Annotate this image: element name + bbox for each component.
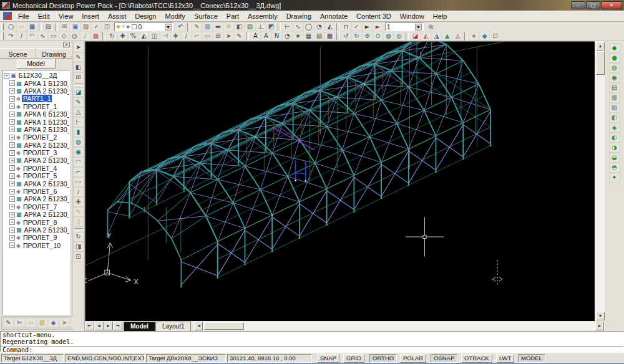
tree-expander[interactable]: + xyxy=(9,127,15,132)
arc-button[interactable]: ◠ xyxy=(27,32,37,41)
insert-constraint-button[interactable]: ◒ xyxy=(609,153,620,163)
layout1-sheet-tab[interactable]: Layout1 xyxy=(155,322,192,331)
sweep-button[interactable]: ▲ xyxy=(442,32,452,41)
add-constraint-button[interactable]: △ xyxy=(73,107,84,117)
parts-list-button[interactable]: ▥ xyxy=(609,93,620,103)
camera-view-button[interactable]: ◧ xyxy=(73,62,84,72)
circle-ref-button[interactable]: ◯ xyxy=(303,22,314,31)
snap-settings-button[interactable]: ⊓ xyxy=(341,22,351,31)
redo-mark-button[interactable]: ↷ xyxy=(6,32,16,41)
edit-sketch-button[interactable]: ✎ xyxy=(234,32,245,41)
sketch-highlight-button[interactable]: ✎ xyxy=(73,207,84,217)
tree-expander[interactable]: + xyxy=(4,73,9,79)
tree-expander[interactable]: + xyxy=(9,212,15,218)
tree-item[interactable]: +▩АРКА 6 Б1230_1 xyxy=(9,110,69,118)
layer-combo-dropdown-icon[interactable]: ▼ xyxy=(165,24,172,31)
tree-expander[interactable]: + xyxy=(9,80,15,86)
last-sheet-button[interactable]: ⇥ xyxy=(113,322,122,330)
menu-part[interactable]: Part xyxy=(222,11,243,21)
tab-model[interactable]: Model xyxy=(17,59,56,69)
toggle-model[interactable]: MODEL xyxy=(518,354,545,363)
snap-next-button[interactable]: ► xyxy=(362,22,373,31)
mdt-options-button[interactable]: ⊡ xyxy=(490,32,500,41)
circle-button[interactable]: ◎ xyxy=(69,32,80,41)
menu-help[interactable]: Help xyxy=(429,11,452,21)
browser-options-button[interactable]: ◈ xyxy=(48,318,59,327)
edit-polyline-button[interactable]: ✎ xyxy=(192,22,202,31)
minimize-button[interactable]: – xyxy=(571,1,585,9)
named-views-button[interactable]: ◎ xyxy=(426,22,436,31)
tree-item[interactable]: +▩АРКА 2 Б1230_6 xyxy=(9,180,69,187)
tree-item[interactable]: +▩АРКА 2 Б1230_9 xyxy=(9,226,69,234)
vscroll-down-button[interactable]: ▼ xyxy=(596,312,605,320)
power-dimension-button[interactable]: ⊢ xyxy=(282,22,293,31)
chamfer-button[interactable]: ▭ xyxy=(202,32,213,41)
ucs-origin-button[interactable]: ⊕ xyxy=(362,32,373,41)
tree-expander[interactable]: + xyxy=(9,158,15,163)
tree-expander[interactable]: + xyxy=(9,196,15,202)
tree-expander[interactable]: + xyxy=(9,103,15,109)
polygon-button[interactable]: ◇ xyxy=(59,32,69,41)
balloon-button[interactable]: ◉ xyxy=(609,73,620,83)
spell-check-button[interactable]: ✓ xyxy=(91,22,102,31)
block-definition-button[interactable]: ◧ xyxy=(234,22,245,31)
tree-item[interactable]: +◆ПРОЛЕТ_10 xyxy=(9,242,69,249)
work-point-button[interactable]: ✚ xyxy=(73,197,84,207)
tree-expander[interactable]: + xyxy=(9,142,15,148)
tree-expander[interactable]: + xyxy=(9,119,15,125)
tree-item[interactable]: +◆ПРОЛЕТ_2 xyxy=(9,133,69,141)
mtext-button[interactable]: A xyxy=(250,32,261,41)
menu-design[interactable]: Design xyxy=(130,11,160,21)
trail-create-button[interactable]: ◍ xyxy=(609,63,620,73)
ucs-world-button[interactable]: ↺ xyxy=(341,32,351,41)
move-button[interactable]: ✚ xyxy=(117,32,128,41)
command-window[interactable]: shortcut-menu. Regenerating model. Comma… xyxy=(0,331,624,352)
new-part-button[interactable]: ◪ xyxy=(410,32,421,41)
flush-constraint-button[interactable]: ◓ xyxy=(609,163,620,173)
menu-surface[interactable]: Surface xyxy=(190,11,222,21)
mirror-button[interactable]: ◭ xyxy=(139,32,149,41)
tree-item[interactable]: +▩АРКА 2 Б1230_4 xyxy=(9,156,69,164)
tree-expander[interactable]: + xyxy=(9,150,15,156)
tree-item[interactable]: +◆ПРОЛЕТ_3 xyxy=(9,149,69,156)
tree-item[interactable]: +▣Б12X30__3Д xyxy=(3,72,69,79)
toolbody-button[interactable]: ★ xyxy=(469,32,479,41)
rotate-button[interactable]: ↻ xyxy=(107,32,117,41)
tree-expander[interactable]: + xyxy=(9,112,15,117)
hatch-button[interactable]: ▩ xyxy=(90,32,101,41)
tree-expander[interactable]: + xyxy=(9,173,15,179)
undo-button[interactable]: ↶ xyxy=(175,22,186,31)
tree-item[interactable]: +◆ПРОЛЕТ_4 xyxy=(9,165,69,172)
menu-assist[interactable]: Assist xyxy=(104,11,130,21)
zoom-dynamic-button[interactable]: ★ xyxy=(293,32,303,41)
extend-button[interactable]: ✚ xyxy=(170,32,181,41)
edit-text-button[interactable]: N xyxy=(271,32,282,41)
extrude-button[interactable]: ◭ xyxy=(421,32,431,41)
combine-button[interactable]: ◆ xyxy=(479,32,490,41)
feature-fillet-button[interactable]: ◠ xyxy=(73,157,84,167)
update-part-button[interactable]: ↻ xyxy=(73,232,84,242)
open-button[interactable]: ▱ xyxy=(16,22,27,31)
linetype-button[interactable]: ▬ xyxy=(213,22,223,31)
viewport-hscrollbar[interactable]: ◄ ► xyxy=(193,322,605,330)
array-button[interactable]: ⊞ xyxy=(213,32,223,41)
hscroll-left-button[interactable]: ◄ xyxy=(194,322,203,330)
triangle-ref-button[interactable]: ◭ xyxy=(324,22,335,31)
tree-item[interactable]: +▩АРКА 1 Б1230_2 xyxy=(9,118,69,125)
tree-item[interactable]: +▩АРКА 2 Б1230_8 xyxy=(9,211,69,218)
image-attach-button[interactable]: ▧ xyxy=(314,32,324,41)
sketch-profile-button[interactable]: ✎ xyxy=(73,97,84,107)
tree-expander[interactable]: + xyxy=(9,242,15,248)
toggle-osnap[interactable]: OSNAP xyxy=(431,354,457,363)
fillet-button[interactable]: ⌐ xyxy=(192,32,202,41)
menu-annotate[interactable]: Annotate xyxy=(316,11,352,21)
tree-expander[interactable]: + xyxy=(9,235,15,241)
tree-item[interactable]: +▩АРКА 2 Б1230_7 xyxy=(9,195,69,203)
panel-close-button[interactable]: ✕ xyxy=(63,42,70,47)
delete-feature-button[interactable]: ▯ xyxy=(73,217,84,227)
tree-item[interactable]: +◆ПРОЛЕТ_8 xyxy=(9,218,69,226)
break-button[interactable]: ∕ xyxy=(181,32,192,41)
new-sketch-button[interactable]: ◪ xyxy=(73,87,84,97)
paste-button[interactable]: ▨ xyxy=(80,22,91,31)
circle-fill-button[interactable]: ◔ xyxy=(314,22,324,31)
